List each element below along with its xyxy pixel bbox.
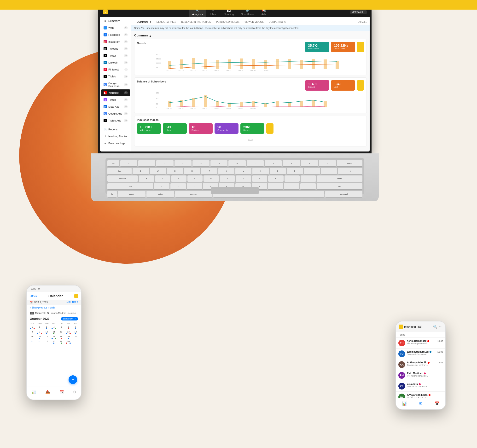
sidebar-item-web[interactable]: 🌐 Web ∞ [101,24,130,31]
cal-day-12[interactable]: 12 [58,330,65,335]
inbox-item-0[interactable]: YH Yerko Hernandez 10:37 Tienen un perso… [396,338,445,348]
gained-card: 1149↓ Gained [305,80,329,91]
sidebar-item-pinterest[interactable]: P Pinterest ↕ [101,66,130,73]
cal-day-17[interactable]: 17 [43,335,50,339]
sidebar-item-threads[interactable]: @ Threads ∞ [101,45,130,52]
tab-published-videos[interactable]: PUBLISHED VIDEOS [214,19,242,25]
right-nav-inbox-icon[interactable]: ✉ [419,401,422,406]
key-t: T [201,168,217,174]
likes-card: 641↑ Likes [163,123,187,134]
tiktok-ads-icon: ♪ [104,119,107,122]
fab-add-button[interactable]: + [69,375,77,384]
key-caps: caps lock [107,175,138,182]
sidebar-item-reports[interactable]: 📄 Reports [101,126,130,133]
lost-value: 134↓ [334,82,352,86]
tab-demographics[interactable]: DEMOGRAPHICS [154,19,179,25]
more-icon[interactable]: ⋯ [439,325,442,329]
cal-day-20b[interactable]: 20 [65,340,72,344]
sidebar-item-twitter[interactable]: ✕ Twitter ∞ [101,52,130,59]
tab-revenue[interactable]: REVENUE IN THE PERIOD [179,19,214,25]
cal-day-9[interactable]: 9 [36,330,43,335]
phone-nav-settings[interactable]: ⚙ [73,390,77,394]
sidebar-item-summary[interactable]: ≡ Summary [101,18,130,24]
sidebar-item-tiktok[interactable]: ♪ TikTok ∞ [101,73,130,80]
sidebar-item-brand-settings[interactable]: ≡ Brand settings [101,140,130,147]
tab-community[interactable]: COMMUNITY [134,19,154,25]
key-command-r: command [325,191,362,197]
avatar-4: ZE [398,383,405,389]
inbox-item-2[interactable]: AA Anthony Arias M. 9:51 Gracias por ver… [396,359,445,370]
brand-selector[interactable]: Metricool ES [350,10,367,14]
sidebar-item-facebook[interactable]: f Facebook ∞ [101,31,130,38]
sidebar-item-linkedin[interactable]: in LinkedIn ∞ [101,59,130,66]
cal-day-21[interactable]: 21 [72,335,79,339]
cal-day-20[interactable]: 20 [65,335,72,339]
cal-day-1[interactable]: 1 [29,325,36,330]
sidebar-item-twitch[interactable]: ◈ Twitch ∞ [101,96,130,103]
back-button[interactable]: ‹ Back [30,295,37,298]
inbox-item-3[interactable]: PM Patri Martínez Por favor podrías de..… [396,370,445,381]
balance-header: Balance of Subscribers 1149↓ Gained 134↓… [137,80,364,91]
inbox-content-4: Zekondra Podrías se puede su... [407,383,443,389]
key-minus: - [319,160,336,167]
key-6: 6 [228,160,245,167]
cal-day-5[interactable]: 5 [58,325,65,330]
cal-prev-1[interactable]: 1↑ [29,340,36,344]
tiktok-ads-badge: ∞ [124,119,128,122]
cal-day-18b[interactable]: 18 [50,340,57,344]
event-dot [46,328,47,329]
sidebar-item-tiktok-ads[interactable]: ♪ TikTok Ads ∞ [101,117,130,124]
cal-prev-2[interactable]: 1↑ [36,340,43,344]
event-dot [52,338,53,339]
cal-day-7[interactable]: 7 [72,325,79,330]
search-icon[interactable]: 🔍 [433,325,437,329]
show-previous[interactable]: ↑ Show previous month [27,305,81,311]
svg-text:Oct 22: Oct 22 [167,108,172,110]
phone-nav-inbox[interactable]: 📥 [45,390,50,394]
comments-label: Comments [217,129,236,131]
tab-competitors[interactable]: COMPETITORS [266,19,289,25]
cal-day-13[interactable]: 13 [65,330,72,335]
cal-day-14[interactable]: 14 [72,330,79,335]
filters-button[interactable]: ⊙ FILTERS [66,301,78,304]
sidebar-item-hashtag-tracker[interactable]: # Hashtag Tracker [101,133,130,140]
cal-day-11[interactable]: 11 [50,330,57,335]
cal-day-17b[interactable]: 17 [43,340,50,344]
cal-day-8[interactable]: 8 [29,330,36,335]
show-prev-label: Show previous month [32,306,55,309]
google-business-icon: G [104,83,107,86]
svg-text:24000: 24000 [156,66,161,69]
phone-nav-calendar[interactable]: 📅 [59,390,64,394]
right-nav-analytics-icon[interactable]: 📊 [402,401,407,406]
sidebar-label-google-ads: Google Ads [108,112,122,115]
web-badge: ∞ [124,26,128,29]
cal-day-18[interactable]: 18 [50,335,57,339]
cal-day-2[interactable]: 2 [36,325,43,330]
sidebar-item-youtube[interactable]: ▶ YouTube ∞ [101,90,130,96]
sidebar-item-meta-ads[interactable]: M Meta Ads ∞ [101,103,130,110]
cal-day-19[interactable]: 19 [58,335,65,339]
event-dot [52,328,53,329]
workspace-name: Metricool ES [35,312,49,315]
sidebar-item-instagram[interactable]: ◎ Instagram ∞ [101,38,130,45]
cal-day-4[interactable]: 4 [50,325,57,330]
event-dot [61,338,62,339]
phone-nav-analytics[interactable]: 📊 [31,390,36,394]
cal-day-3[interactable]: 3 [43,325,50,330]
tab-viewed-videos[interactable]: VIEWED VIDEOS [242,19,266,25]
event-dot [53,333,54,334]
right-nav-calendar-icon[interactable]: 📅 [435,401,439,406]
phone-nav-inbox-icon: 📥 [45,390,50,394]
inbox-item-1[interactable]: TO tommastronardi.cll 11:08 Somero tu ho… [396,348,445,359]
sidebar-item-google-business[interactable]: G Google Business... ∞ [101,80,130,89]
cal-day-6[interactable]: 6 [65,325,72,330]
cal-day-16[interactable]: 16 [36,335,43,339]
cal-day-15[interactable]: 15 [29,335,36,339]
inbox-item-4[interactable]: ZE Zekondra Podrías se puede su... [396,381,445,392]
cal-day-19b[interactable]: 19 [58,340,65,344]
sidebar-divider [102,125,129,125]
calendar-header: ‹ Back Calendar [27,292,81,300]
avatar-3: PM [398,372,405,379]
sidebar-item-google-ads[interactable]: G Google Ads ∞ [101,110,130,117]
cal-day-10[interactable]: 10 [43,330,50,335]
